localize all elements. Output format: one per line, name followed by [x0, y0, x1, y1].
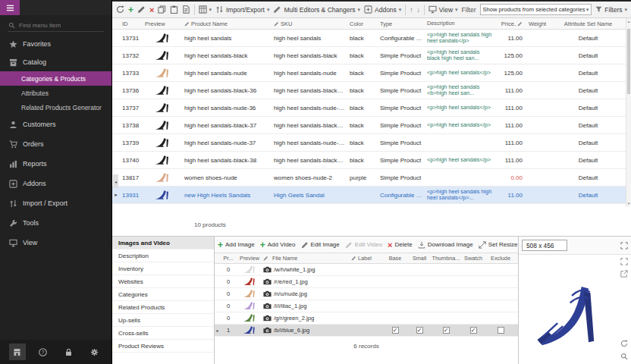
- tab-inventory[interactable]: Inventory: [112, 262, 214, 275]
- image-row[interactable]: 0 /w/h/white_1.jpg: [215, 264, 518, 276]
- settings-button[interactable]: [86, 344, 102, 360]
- sidebar-item-catalog[interactable]: Catalog: [0, 53, 111, 71]
- product-row[interactable]: 13737 high heel sandals-nude-36 high hee…: [112, 99, 626, 117]
- expand-icon[interactable]: [620, 242, 628, 249]
- header-swatch[interactable]: Swatch: [460, 255, 486, 262]
- image-row[interactable]: 0 /l/i/lilac_1.jpg: [215, 300, 518, 312]
- tab-up-sells[interactable]: Up-sells: [112, 314, 214, 327]
- tab-product-reviews[interactable]: Product Reviews: [112, 340, 214, 353]
- edit-product-button[interactable]: [137, 5, 146, 14]
- add-product-button[interactable]: +: [128, 6, 133, 14]
- scrollbar-thumb[interactable]: [627, 29, 630, 94]
- download-image-button[interactable]: Download Image: [418, 241, 473, 249]
- scroll-up-arrow[interactable]: ▴: [626, 18, 631, 24]
- filters-button[interactable]: Filters▾: [595, 6, 627, 14]
- exclude-checkbox-cell[interactable]: [486, 327, 515, 334]
- product-row[interactable]: 13732 high heel sandals-black high heel …: [112, 47, 626, 64]
- addons-menu[interactable]: Addons▾: [364, 5, 401, 14]
- header-preview[interactable]: Preview: [143, 20, 182, 28]
- product-row[interactable]: 13736 high heel sandals-black-36 high he…: [112, 82, 626, 99]
- product-row[interactable]: 13731 high heel sandals high heel sandal…: [112, 30, 626, 47]
- thumbnail-checkbox[interactable]: ✓: [443, 327, 450, 334]
- menu-button[interactable]: [0, 0, 20, 15]
- refresh-button[interactable]: [116, 5, 124, 14]
- product-row[interactable]: 13740 high heel sandals-black-38 high he…: [112, 152, 626, 169]
- add-video-button[interactable]: +Add Video: [260, 241, 296, 249]
- sidebar-item-addons[interactable]: Addons: [0, 174, 111, 193]
- copy-button[interactable]: [158, 5, 166, 14]
- open-external-icon[interactable]: [620, 270, 628, 278]
- header-id[interactable]: ID: [120, 20, 143, 28]
- product-row[interactable]: 13739 high heel sandals-nude-37 high hee…: [112, 134, 626, 152]
- swatch-checkbox-cell[interactable]: ✓: [460, 327, 486, 334]
- sidebar-item-categories-products[interactable]: Categories & Products: [0, 71, 111, 86]
- small-checkbox-cell[interactable]: ✓: [407, 327, 432, 334]
- sidebar-search[interactable]: Find menu item: [8, 20, 104, 32]
- store-button[interactable]: [9, 344, 26, 360]
- sidebar-item-orders[interactable]: Orders: [0, 134, 111, 154]
- scroll-down-arrow[interactable]: ▾: [626, 200, 631, 206]
- view-menu[interactable]: View▾: [429, 5, 458, 14]
- sort-asc-button[interactable]: ↑: [410, 6, 413, 14]
- base-checkbox[interactable]: ✓: [392, 327, 399, 334]
- tab-cross-sells[interactable]: Cross-sells: [112, 327, 214, 340]
- header-product-name[interactable]: Product Name: [182, 20, 272, 28]
- columns-button[interactable]: ▾: [199, 5, 212, 14]
- thumbnail-checkbox-cell[interactable]: ✓: [432, 327, 460, 334]
- row-expander[interactable]: ▸: [112, 192, 120, 198]
- product-row[interactable]: 13817 women shoes-nude women shoes-nude-…: [112, 169, 626, 187]
- header-price[interactable]: Price,: [494, 20, 526, 28]
- header-image-label[interactable]: Label: [351, 255, 383, 262]
- sidebar-item-tools[interactable]: Tools: [0, 213, 111, 233]
- tab-websites[interactable]: Websites: [112, 275, 214, 288]
- sidebar-item-favorites[interactable]: Favorites: [0, 35, 111, 53]
- product-row[interactable]: 13738 high heel sandals-black-37 high he…: [112, 117, 626, 134]
- sort-desc-button[interactable]: ↓: [417, 6, 420, 14]
- lock-button[interactable]: [60, 344, 77, 360]
- resize-dimensions-input[interactable]: 508 x 456: [522, 240, 567, 251]
- product-row-selected[interactable]: ▸ 13931 new High Heels Sandals High Geel…: [112, 187, 626, 204]
- multi-editors-menu[interactable]: Multi Editors & Changers▾: [273, 5, 360, 14]
- grid-collapse-handle[interactable]: ◂: [113, 174, 118, 188]
- rotate-icon[interactable]: [620, 340, 628, 347]
- delete-product-button[interactable]: ×: [149, 6, 154, 14]
- help-button[interactable]: [35, 344, 52, 360]
- header-pr[interactable]: Pr...: [221, 255, 236, 262]
- base-checkbox-cell[interactable]: ✓: [383, 327, 407, 334]
- tab-related-products[interactable]: Related Products: [112, 301, 214, 314]
- tab-description[interactable]: Description: [112, 249, 214, 262]
- product-row[interactable]: 13733 high heel sandals-nude high heel s…: [112, 64, 626, 82]
- import-export-menu[interactable]: Import/Export▾: [215, 5, 270, 14]
- sidebar-item-related-products-generator[interactable]: Related Products Generator: [0, 100, 111, 115]
- swatch-checkbox[interactable]: ✓: [470, 327, 477, 334]
- header-preview[interactable]: Preview: [236, 255, 263, 262]
- edit-video-button[interactable]: Edit Video: [345, 241, 382, 249]
- filter-select[interactable]: Show products from selected categories▾: [480, 4, 592, 15]
- sidebar-item-customers[interactable]: Customers: [0, 115, 111, 134]
- zoom-icon[interactable]: [620, 353, 628, 360]
- sidebar-item-import-export[interactable]: Import / Export: [0, 193, 111, 213]
- header-sku[interactable]: SKU: [272, 20, 347, 28]
- small-checkbox[interactable]: ✓: [416, 327, 423, 334]
- add-image-button[interactable]: +Add Image: [218, 241, 255, 249]
- header-small[interactable]: Small: [407, 255, 432, 262]
- image-row-selected[interactable]: ▸ 1 /b/l/blue_6.jpg ✓ ✓ ✓ ✓: [215, 325, 518, 337]
- image-row[interactable]: 0 /r/e/red_1.jpg: [215, 276, 518, 288]
- header-exclude[interactable]: Exclude: [486, 255, 515, 262]
- header-type[interactable]: Type: [378, 20, 425, 28]
- paste-button[interactable]: [170, 5, 178, 14]
- header-attribute-set[interactable]: Attribute Set Name: [551, 20, 626, 28]
- tab-categories[interactable]: Categories: [112, 288, 214, 301]
- delete-image-button[interactable]: ×Delete: [388, 241, 413, 249]
- tab-images-and-video[interactable]: Images and Video: [112, 237, 214, 249]
- edit-image-button[interactable]: Edit Image: [301, 241, 340, 249]
- image-row[interactable]: 0 /g/r/green_2.jpg: [215, 312, 518, 325]
- document-button[interactable]: [182, 5, 190, 14]
- header-color[interactable]: Color: [347, 20, 378, 28]
- image-row[interactable]: 0 /n/u/nude.jpg: [215, 288, 518, 300]
- header-weight[interactable]: Weight: [526, 20, 551, 28]
- header-description[interactable]: Description: [425, 20, 494, 27]
- fullscreen-icon[interactable]: [620, 258, 628, 265]
- row-expander[interactable]: ▸: [215, 328, 221, 333]
- header-thumbnail[interactable]: Thumbna...: [432, 255, 460, 262]
